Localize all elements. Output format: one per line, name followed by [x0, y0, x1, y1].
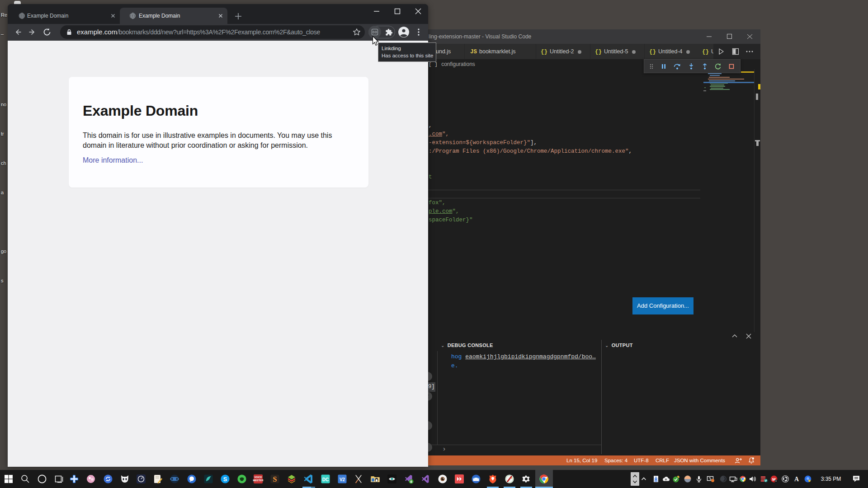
extensions-puzzle-icon[interactable]: [385, 28, 393, 36]
debug-grip-icon[interactable]: [649, 63, 654, 70]
taskbar-app-sync-circle[interactable]: [99, 470, 117, 488]
taskbar-app-green-alien[interactable]: [233, 470, 250, 488]
back-icon[interactable]: [14, 28, 23, 37]
tray-red-stack[interactable]: [759, 470, 769, 488]
statusbar-utf-8[interactable]: UTF-8: [634, 455, 649, 465]
more-actions-icon[interactable]: [745, 47, 754, 56]
vscode-tab-bookmarklet-js[interactable]: JSbookmarklet.js: [465, 44, 536, 59]
statusbar-ln-15-col-19[interactable]: Ln 15, Col 19: [566, 455, 597, 465]
taskbar-app-teal-bird[interactable]: [200, 470, 217, 488]
taskbar-app-bluestacks[interactable]: [283, 470, 300, 488]
tray-speaker[interactable]: [748, 470, 758, 488]
bookmark-star-icon[interactable]: [353, 28, 361, 36]
forward-icon[interactable]: [28, 28, 37, 37]
taskbar-app-eyeball[interactable]: [434, 470, 451, 488]
cortana-button[interactable]: [33, 470, 51, 488]
console-output-row[interactable]: hog eaomkijhjlgbipidkipgnmagdgpnmfpd/boo…: [451, 352, 596, 361]
tray-flux-circle[interactable]: [683, 470, 693, 488]
tray-m-red[interactable]: M: [769, 470, 779, 488]
taskbar-app-orange-s[interactable]: S: [266, 470, 283, 488]
tray-blue-dot[interactable]: [803, 470, 813, 488]
tray-download-blue[interactable]: [651, 470, 661, 488]
chrome-minimize-button[interactable]: [367, 7, 387, 16]
url-text[interactable]: example.com/bookmarks/ddd/new?url=https%…: [77, 25, 320, 39]
vscode-tab-Untitled-2[interactable]: {}Untitled-2: [536, 44, 590, 59]
taskbar-app-sphere-dark[interactable]: [166, 470, 183, 488]
notifications-bell-icon[interactable]: [748, 457, 755, 464]
taskbar-app-folder-penguin[interactable]: [367, 470, 384, 488]
output-header[interactable]: ⌄OUTPUT: [605, 340, 633, 351]
taskbar-app-v2-blue[interactable]: V2: [334, 470, 351, 488]
code-line[interactable]: -extension=${workspaceFolder}"],: [429, 139, 537, 147]
code-line[interactable]: spaceFolder}": [429, 216, 473, 225]
minimap[interactable]: [703, 69, 754, 332]
tray-monitor-plug[interactable]: [728, 470, 738, 488]
taskbar-app-gear[interactable]: [518, 470, 535, 488]
dirty-indicator[interactable]: [578, 50, 581, 54]
chrome-tab-1[interactable]: Example Domain: [12, 8, 118, 24]
tray-action-center[interactable]: [849, 470, 863, 488]
vscode-tab-Untitled-5[interactable]: {}Untitled-5: [590, 44, 645, 59]
profile-avatar[interactable]: [398, 27, 409, 38]
code-line[interactable]: .com",: [429, 130, 449, 139]
taskbar-app-thunderbird[interactable]: [467, 470, 485, 488]
vscode-maximize-button[interactable]: [719, 29, 740, 44]
taskbar-app-no-slash[interactable]: [501, 470, 518, 488]
statusbar-json-with-comments[interactable]: JSON with Comments: [674, 455, 725, 465]
tab-close-icon[interactable]: [217, 13, 224, 19]
run-icon[interactable]: [717, 47, 726, 56]
taskbar-app-fox-face[interactable]: [116, 470, 133, 488]
taskbar-app-x-black[interactable]: [350, 470, 367, 488]
chrome-maximize-button[interactable]: [387, 7, 407, 16]
taskbar-app-vscode[interactable]: [300, 470, 317, 488]
console-link[interactable]: eaomkijhjlgbipidkipgnmagdgpnmfpd/boo…: [465, 353, 596, 360]
tray-mic-white[interactable]: [694, 470, 704, 488]
console-prompt[interactable]: ›: [442, 446, 446, 453]
tray-screen-swap[interactable]: [706, 470, 716, 488]
tray-chrome-mini[interactable]: [738, 470, 748, 488]
taskbar-app-voicemeeter[interactable]: VOICEMEETER: [250, 470, 267, 488]
taskbar-app-vs-purple[interactable]: [417, 470, 434, 488]
new-tab-button[interactable]: [234, 12, 242, 20]
code-line[interactable]: ,: [429, 122, 432, 130]
tray-cloud-up[interactable]: [661, 470, 671, 488]
tray-chevron-up[interactable]: [639, 470, 649, 488]
tab-close-icon[interactable]: [110, 13, 116, 19]
taskbar-app-vs-installer[interactable]: [400, 470, 417, 488]
tray-obs[interactable]: [780, 470, 790, 488]
linkding-extension-icon[interactable]: [371, 28, 378, 36]
vscode-tab-Untitled-4[interactable]: {}Untitled-4: [645, 44, 699, 59]
vscode-minimize-button[interactable]: [699, 29, 719, 44]
panel-close-icon[interactable]: [744, 333, 754, 340]
taskbar-app-brave[interactable]: [484, 470, 501, 488]
tray-tray-scroll[interactable]: [630, 470, 640, 488]
taskbar-app-chrome[interactable]: [535, 470, 552, 488]
code-line[interactable]: fox",: [429, 199, 446, 207]
debug-step-into-icon[interactable]: [688, 63, 695, 70]
more-information-link[interactable]: More information...: [83, 156, 143, 164]
tray-green-check[interactable]: [671, 470, 681, 488]
debug-step-over-icon[interactable]: [673, 63, 681, 70]
taskbar-app-blue-plus[interactable]: [66, 470, 83, 488]
taskbar-app-gauge-dark[interactable]: [132, 470, 150, 488]
taskbar-app-chat-blue[interactable]: [183, 470, 200, 488]
start-button[interactable]: [0, 470, 17, 488]
split-editor-icon[interactable]: [731, 47, 740, 56]
lock-icon[interactable]: [66, 29, 72, 36]
feedback-icon[interactable]: [735, 457, 742, 464]
console-output-row[interactable]: e.: [451, 361, 458, 370]
taskbar-app-notes-pencil[interactable]: [149, 470, 166, 488]
chrome-close-button[interactable]: [408, 7, 428, 16]
statusbar-spaces-4[interactable]: Spaces: 4: [604, 455, 627, 465]
taskbar-app-pink-char[interactable]: [82, 470, 99, 488]
panel-maximize-icon[interactable]: [730, 333, 740, 340]
chrome-tab-2[interactable]: Example Domain: [120, 8, 227, 24]
task-view-button[interactable]: [50, 470, 67, 488]
reload-icon[interactable]: [42, 28, 52, 37]
taskbar-app-red-diamond[interactable]: [451, 470, 468, 488]
debug-console-header[interactable]: ⌄DEBUG CONSOLE: [441, 340, 493, 351]
taskbar-clock[interactable]: 3:35 PM: [817, 470, 844, 488]
dirty-indicator[interactable]: [632, 50, 636, 54]
vscode-close-button[interactable]: [740, 29, 760, 44]
code-line[interactable]: t: [429, 173, 432, 182]
